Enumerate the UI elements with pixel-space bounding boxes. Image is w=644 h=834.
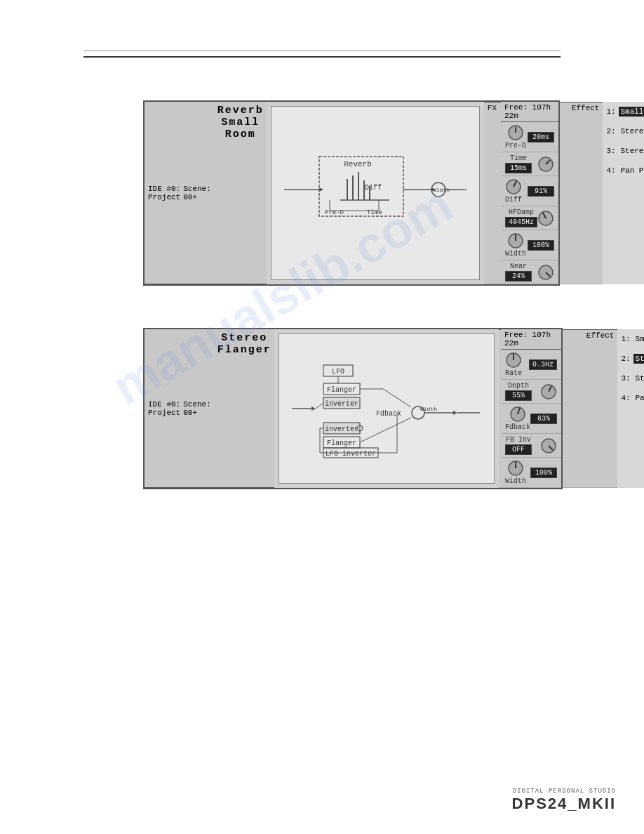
svg-text:inverter: inverter (325, 400, 358, 408)
panel2-param-depth: Depth 55% (501, 380, 561, 404)
panel2-row1-num: 1: (621, 335, 633, 343)
panel1-pred-label: Pre-D (505, 142, 526, 150)
top-rule (83, 56, 561, 58)
panel2-row4-num: 4: (621, 394, 633, 402)
panel1-effect-title: Reverb Small Room (215, 102, 267, 284)
panel1-time-knob-block (537, 156, 554, 173)
svg-text:inverter: inverter (325, 425, 358, 433)
panel1-diff-knob-block: Diff (505, 178, 522, 204)
panel1-hfdamp-knob-block (537, 210, 554, 227)
panel2-depth-value: 55% (505, 390, 532, 401)
footer-brand: DIGITAL PERSONAL STUDIO DPS24_MKII (512, 788, 616, 813)
panel2: IDE #0: Project Scene: 00+ Stereo Flange… (143, 328, 501, 489)
panel2-wrapper: IDE #0: Project Scene: 00+ Stereo Flange… (0, 328, 644, 489)
svg-text:Width: Width (420, 406, 437, 412)
panel1-param-width: Width 100% (501, 230, 558, 260)
svg-marker-10 (319, 187, 323, 192)
panel2-rate-knob[interactable] (505, 352, 522, 369)
svg-line-47 (383, 389, 411, 407)
panel1-diagram: Reverb Diff (271, 106, 480, 280)
panel1-hfdamp-knob[interactable] (537, 210, 554, 227)
panel1-params: Free: 107h 22m Pre-D 20ms (501, 100, 560, 286)
panel2-depth-label: Depth (508, 382, 529, 390)
panel2-fx-row-3: 3: Stereo Chorus Xover Flanger (617, 369, 644, 388)
panel2-fbinv-label: FB Inv (506, 436, 531, 444)
panel1-time-knob[interactable] (537, 156, 554, 173)
panel2-fx-row-2: 2: Stereo Flanger Stereo Flanger (617, 349, 644, 369)
page-container: IDE #0: Project Scene: 00+ Reverb Small … (0, 0, 644, 834)
panel1-row2-num: 2: (606, 127, 619, 135)
panel1-near-knob-block (537, 264, 554, 281)
panel1-hfdamp-value: 4045Hz (505, 217, 537, 227)
panel1-pred-block: Pre-D (505, 124, 526, 150)
panel1-hfdamp-label: HFDamp (509, 208, 534, 216)
panel1-fx-row-1: 1: Small Room Small Room (603, 102, 644, 121)
panel1-param-pred: Pre-D 20ms (501, 122, 558, 152)
panel1-row1-channel[interactable]: Small Room (619, 107, 644, 117)
panel1-ide-label: IDE #0: Project (148, 185, 180, 201)
panel1-row4-num: 4: (606, 166, 619, 175)
svg-text:Fdback: Fdback (376, 410, 401, 418)
panel1-param-diff: Diff 91% (501, 176, 558, 206)
panel2-row3-num: 3: (621, 374, 633, 383)
panel1-pred-knob[interactable] (507, 124, 524, 141)
panel1-time-value-block: Time 15ms (505, 154, 532, 173)
panel2-width-label: Width (505, 477, 526, 485)
panel2-fdback-knob[interactable] (509, 406, 526, 423)
panel2-device: IDE #0: Project Scene: 00+ Stereo Flange… (143, 328, 501, 489)
panel1-near-label: Near (510, 263, 527, 270)
panel1-near-knob[interactable] (537, 264, 554, 281)
panel2-width-value: 100% (530, 468, 557, 478)
panel2-width-value-block: 100% (530, 468, 557, 478)
panel2-width-knob-block: Width (505, 460, 526, 485)
panel1-diff-value-block: 91% (528, 186, 554, 197)
panel2-fdback-knob-block: Fdback (505, 406, 530, 431)
panel1-free-time: Free: 107h 22m (501, 102, 558, 122)
panel2-params: Free: 107h 22m Rate 0.3Hz (501, 328, 563, 489)
panel1-row4-channel[interactable]: Pan Phaser (619, 166, 644, 176)
panel2-fbinv-knob[interactable] (540, 437, 557, 454)
panel1-diff-knob[interactable] (505, 178, 522, 195)
panel1-row1-num: 1: (606, 107, 619, 116)
panel2-rate-value: 0.3Hz (529, 359, 557, 370)
panel1-row2-channel[interactable]: Stereo Delay (619, 126, 644, 136)
panel1-wrapper: IDE #0: Project Scene: 00+ Reverb Small … (0, 100, 644, 286)
panel1-near-value: 24% (505, 271, 532, 282)
reverb-diagram-svg: Reverb Diff (277, 151, 474, 235)
svg-marker-34 (311, 406, 316, 411)
panel1-fx-row-3: 3: Stereo Chorus Small Hall (603, 141, 644, 161)
svg-line-55 (360, 418, 411, 442)
panel1-scene: Scene: 00+ (183, 185, 211, 201)
panel1-param-hfdamp: HFDamp 4045Hz (501, 206, 558, 230)
panel2-fdback-value-block: 63% (530, 413, 557, 424)
panel1-row3-num: 3: (606, 147, 619, 155)
panel1-status-bar: IDE #0: Project Scene: 00+ (145, 102, 215, 284)
panel2-fbinv-value: OFF (505, 444, 532, 455)
panel1-fx-row-2: 2: Stereo Delay Big Room (603, 121, 644, 141)
panel1-pred-value-block: 20ms (528, 132, 554, 143)
panel2-row2-channel[interactable]: Stereo Flanger (633, 354, 644, 364)
panel2-row4-channel[interactable]: Pan Phaser (633, 393, 644, 403)
panel2-fdback-label: Fdback (505, 423, 530, 431)
panel1-width-value: 100% (528, 240, 554, 251)
panel2-fx-col2: Effect (586, 331, 615, 486)
panel2-row2-num: 2: (621, 355, 633, 363)
panel2-param-width: Width 100% (501, 458, 561, 488)
panel2-width-knob[interactable] (507, 460, 524, 477)
panel1-fx-rows: 1: Small Room Small Room 2: Stereo Delay… (603, 102, 644, 284)
panel2-fx-rows: 1: Small Room Mono Flanger 2: Stereo Fla… (617, 329, 644, 488)
svg-text:Flanger: Flanger (327, 386, 356, 394)
panel2-fx-row-1: 1: Small Room Mono Flanger (617, 329, 644, 349)
panel1-width-knob-block: Width (505, 232, 526, 258)
panel2-rate-label: Rate (505, 369, 522, 377)
panel2-depth-knob[interactable] (540, 383, 557, 400)
panel1-row3-channel[interactable]: Stereo Chorus (619, 146, 644, 156)
panel2-row3-channel[interactable]: Stereo Chorus (633, 373, 644, 383)
panel1-param-near: Near 24% (501, 260, 558, 284)
panel2-row1-channel[interactable]: Small Room (633, 334, 644, 344)
svg-text:Flanger: Flanger (327, 439, 356, 447)
panel1-fx-row-4: 4: Pan Phaser Big Hall (603, 161, 644, 180)
panel1-time-value: 15ms (505, 163, 532, 173)
panel1-width-knob[interactable] (507, 232, 524, 249)
panel2-fdback-value: 63% (530, 413, 557, 424)
